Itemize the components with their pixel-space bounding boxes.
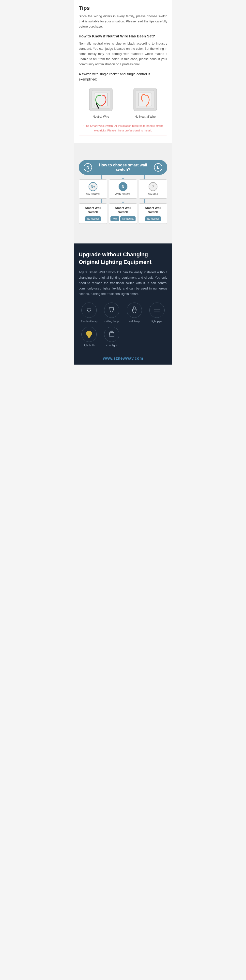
no-idea-icon: ? — [149, 182, 157, 191]
no-neutral-node-label: No Neutral — [81, 192, 106, 196]
flow-header-left-circle: N — [84, 163, 92, 172]
spot-light-icon — [107, 330, 116, 339]
flow-node-with-neutral: N With Neutral — [109, 180, 137, 199]
icon-item-bulb: light bulb — [79, 327, 99, 347]
tips-title: Tips — [79, 5, 167, 11]
with-neutral-node-label: With Neutral — [111, 192, 135, 196]
icon-item-wall: wall lamp — [124, 302, 144, 323]
tips-section: Tips Since the wiring differs in every f… — [74, 0, 172, 143]
pendant-lamp-label: Pendant lamp — [81, 320, 97, 323]
pendant-lamp-icon — [85, 306, 94, 315]
no-neutral-wire-label: No Neutral Wire — [135, 115, 156, 118]
wall-lamp-icon-circle — [127, 302, 142, 318]
flow-header-text: How to choose smart wall switch? — [94, 163, 152, 172]
wall-lamp-icon — [130, 306, 139, 315]
neutral-wire-diagram: Neutral Wire — [87, 86, 114, 118]
wire-diagrams: Neutral Wire No Neutral Wire — [79, 86, 167, 118]
light-pipe-icon — [152, 306, 161, 315]
tips-subtitle: How to Know if Neutral Wire Has Been Set… — [79, 34, 167, 38]
light-bulb-icon — [85, 330, 94, 339]
flow-node-no-neutral: N+ No Neutral — [79, 180, 107, 199]
switch-btn-2-2[interactable]: No Neutra — [120, 216, 135, 221]
ceiling-lamp-label: ceiling lamp — [105, 320, 119, 323]
icon-item-spot: spot light — [102, 327, 122, 347]
light-pipe-icon-circle — [149, 302, 165, 318]
switch-btn-1-1[interactable]: No Neutral — [85, 216, 101, 221]
flow-switch-row: Smart Wall Switch No Neutral Smart Wall … — [79, 203, 167, 224]
flow-node-no-idea: ? No idea — [139, 180, 167, 199]
flow-header-right-letter: L — [157, 165, 159, 170]
flow-header: N How to choose smart wall switch? L — [79, 160, 167, 175]
tips-body: Normally neutral wire is blue or black a… — [79, 41, 167, 67]
flow-switch-node-2: Smart Wall Switch With No Neutra — [109, 203, 137, 224]
no-neutral-wire-diagram: No Neutral Wire — [132, 86, 159, 118]
wall-lamp-label: wall lamp — [129, 320, 140, 323]
icon-item-ceiling: ceiling lamp — [102, 302, 122, 323]
spacer1 — [74, 143, 172, 153]
switch-title-2: Smart Wall Switch — [111, 206, 135, 215]
flow-switch-node-1: Smart Wall Switch No Neutral — [79, 203, 107, 224]
warning-box: * The Smart Wall Switch D1 installation … — [79, 121, 167, 135]
spacer2 — [74, 236, 172, 243]
switch-title-3: Smart Wall Switch — [140, 206, 165, 215]
svg-rect-12 — [133, 307, 135, 309]
tips-example-text: A switch with single rocker and single c… — [79, 72, 167, 82]
ceiling-lamp-icon — [107, 306, 116, 315]
dark-section: Upgrade without Changing Original Lighti… — [74, 243, 172, 354]
ceiling-lamp-icon-circle — [104, 302, 119, 318]
switch-title-1: Smart Wall Switch — [81, 206, 106, 215]
pendant-lamp-icon-circle — [81, 302, 97, 318]
switch-btn-3-1[interactable]: No Neutral — [145, 216, 161, 221]
light-pipe-label: light pipe — [152, 320, 162, 323]
flow-header-left-letter: N — [86, 165, 89, 170]
svg-rect-2 — [94, 93, 108, 106]
flow-header-right-circle: L — [154, 163, 162, 172]
flow-bottom-space — [76, 224, 170, 229]
spot-light-label: spot light — [106, 344, 117, 347]
dark-title: Upgrade without Changing Original Lighti… — [79, 251, 167, 266]
tips-intro: Since the wiring differs in every family… — [79, 14, 167, 29]
watermark-text: www.sznewway.com — [103, 356, 143, 360]
no-neutral-icon: N+ — [89, 182, 97, 191]
light-bulb-icon-circle — [81, 327, 97, 342]
no-idea-node-label: No idea — [140, 192, 165, 196]
switch-btn-2-1[interactable]: With — [111, 216, 119, 221]
with-neutral-icon: N — [119, 182, 127, 191]
no-neutral-wire-svg — [132, 86, 159, 113]
spot-light-icon-circle — [104, 327, 119, 342]
warning-text: * The Smart Wall Switch D1 installation … — [83, 124, 163, 133]
icon-grid: Pendant lamp ceiling lamp wall lamp — [79, 302, 167, 347]
icon-item-pipe: light pipe — [147, 302, 167, 323]
neutral-wire-label: Neutral Wire — [93, 115, 109, 118]
flow-switch-node-3: Smart Wall Switch No Neutral — [139, 203, 167, 224]
neutral-wire-svg — [87, 86, 114, 113]
light-bulb-label: light bulb — [84, 344, 94, 347]
flow-choice-row: N+ No Neutral N With Neutral ? No idea — [79, 180, 167, 199]
icon-item-pendant: Pendant lamp — [79, 302, 99, 323]
dark-body: Aqara Smart Wall Switch D1 can be easily… — [79, 270, 167, 297]
watermark: www.sznewway.com — [74, 354, 172, 364]
flowchart-section: N How to choose smart wall switch? L N+ … — [74, 153, 172, 236]
